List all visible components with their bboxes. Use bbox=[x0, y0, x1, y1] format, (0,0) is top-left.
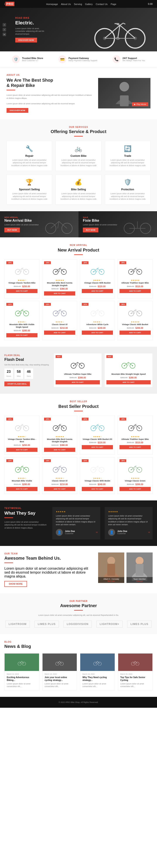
flash-product-2-add-cart[interactable]: Add to cart bbox=[106, 380, 151, 384]
flash-deal-cta-button[interactable]: Start Flash Deal bbox=[4, 381, 30, 386]
new-arrival-add-cart-0[interactable]: Add to cart bbox=[6, 289, 37, 293]
flash-product-2-img bbox=[106, 356, 151, 371]
about-text: About Us We Are The Best Shop & Repair B… bbox=[6, 74, 94, 113]
testimonial-1-stars: ★★★★★ bbox=[56, 510, 97, 513]
bestseller-add-cart-1[interactable]: Add to cart bbox=[44, 448, 75, 452]
nav-serving[interactable]: Serving bbox=[74, 3, 82, 5]
twitter-icon[interactable]: t bbox=[3, 28, 6, 31]
new-arrival-add-cart-6[interactable]: Add to cart bbox=[82, 331, 113, 335]
new-arrival-add-cart-2[interactable]: Add to cart bbox=[82, 289, 113, 293]
bestseller-badge-3: -25% bbox=[120, 418, 126, 421]
logo[interactable]: iPRO bbox=[4, 2, 15, 6]
promo-fixie: Sale Fixie Bike Lorem ipsum dolor sit am… bbox=[78, 211, 157, 237]
bestseller-add-cart-6[interactable]: Add to cart bbox=[82, 487, 113, 491]
partners-title: Awesome Partner bbox=[4, 603, 153, 608]
svg-line-149 bbox=[98, 424, 98, 425]
new-arrival-new-price-1: $380.00 bbox=[60, 288, 68, 290]
new-arrival-new-price-4: $280.00 bbox=[22, 330, 30, 332]
promo-cta-2[interactable]: Buy Now bbox=[83, 227, 98, 232]
new-arrival-img-6 bbox=[82, 304, 113, 319]
quote-icon-2: " bbox=[148, 531, 150, 537]
linkedin-icon[interactable]: in bbox=[3, 33, 6, 36]
testimonial-2-avatar: 👤 bbox=[108, 529, 115, 536]
nav-homepage[interactable]: Homepage bbox=[46, 3, 58, 5]
svg-line-159 bbox=[135, 424, 136, 425]
news-excerpt-2: Lorem ipsum dolor sit amet consectetur e… bbox=[82, 682, 112, 688]
svg-line-190 bbox=[98, 466, 99, 466]
services-grid: 🔧 Repair Lorem ipsum dolor sit amet cons… bbox=[6, 141, 151, 205]
flash-product-1-old-price: $480.00 bbox=[70, 376, 77, 379]
service-trade: 🔄 Trade Lorem ipsum dolor sit amet conse… bbox=[105, 141, 151, 171]
bestseller-add-cart-4[interactable]: Add to cart bbox=[6, 487, 37, 491]
facebook-icon[interactable]: f bbox=[3, 23, 6, 27]
team-show-more-button[interactable]: Show More bbox=[4, 581, 27, 587]
svg-rect-12 bbox=[114, 23, 119, 24]
about-cta-button[interactable]: Discover Now bbox=[6, 108, 28, 113]
play-button[interactable]: ▶ Play Movie bbox=[132, 102, 148, 106]
new-arrival-img-4 bbox=[6, 304, 37, 319]
svg-line-10 bbox=[123, 23, 125, 24]
svg-line-179 bbox=[60, 466, 61, 466]
testimonials-section: Testimonial What They Say Lorem ipsum do… bbox=[0, 500, 157, 546]
flash-product-1-add-cart[interactable]: Add to cart bbox=[56, 380, 100, 384]
news-card-3: March 20, 2022 Top Tips for Safe Senior … bbox=[118, 653, 153, 690]
new-arrival-product-5: -18% ★★★★☆ Classic Street Ol $260.00 $21… bbox=[42, 301, 77, 340]
news-title-2: Why They Need cycling strategy... bbox=[82, 676, 112, 682]
promo-desc-2: Lorem ipsum dolor sit amet consectetur bbox=[83, 224, 117, 226]
svg-line-42 bbox=[60, 268, 64, 272]
hero-section: f t in Road Bike Electric. Lorem ipsum d… bbox=[0, 8, 157, 52]
bestseller-add-cart-0[interactable]: Add to cart bbox=[6, 448, 37, 452]
bestseller-add-cart-5[interactable]: Add to cart bbox=[44, 487, 75, 491]
svg-line-86 bbox=[61, 309, 61, 310]
bestseller-img-5 bbox=[44, 460, 75, 475]
new-arrival-old-price-5: $260.00 bbox=[51, 327, 59, 329]
promo-cta-1[interactable]: Buy Now bbox=[4, 227, 20, 232]
new-arrival-stars-2: ★★★★☆ bbox=[82, 279, 113, 281]
new-arrival-add-cart-4[interactable]: Add to cart bbox=[6, 333, 37, 337]
bestseller-add-cart-2[interactable]: Add to cart bbox=[82, 445, 113, 449]
footer-copyright: © 2022 iPRO Bike Shop. All Rights Reserv… bbox=[4, 701, 153, 703]
new-arrival-product-2: -20% ★★★★☆ Vintage Classic With Basket $… bbox=[80, 259, 115, 298]
new-arrival-add-cart-3[interactable]: Add to cart bbox=[120, 289, 151, 293]
bestseller-product-0: -10% ★★★★☆ Vintage Classic Tandem Bike -… bbox=[4, 416, 40, 455]
cart[interactable]: 0.00 bbox=[148, 3, 153, 5]
bestseller-new-price-6: $240.00 bbox=[98, 483, 106, 486]
nav-gallery[interactable]: Gallery bbox=[85, 3, 93, 5]
news-date-0: March 12, 2022 bbox=[7, 673, 37, 675]
services-section: Our Services Offering Service & Product … bbox=[0, 119, 157, 212]
new-arrival-add-cart-1[interactable]: Add to cart bbox=[44, 291, 75, 296]
bestseller-add-cart-3[interactable]: Add to cart bbox=[120, 445, 151, 449]
bestseller-stars-7: ★★★★★ bbox=[120, 477, 151, 479]
bestseller-add-cart-7[interactable]: Add to cart bbox=[120, 487, 151, 491]
svg-line-96 bbox=[98, 309, 99, 310]
news-card-1: March 15, 2022 Join your local online cy… bbox=[42, 653, 77, 690]
new-arrival-add-cart-5[interactable]: Add to cart bbox=[44, 331, 75, 335]
testimonial-2-text: Lorem ipsum dolor sit amet consectetur a… bbox=[108, 515, 149, 526]
about-divider bbox=[6, 90, 15, 90]
svg-line-130 bbox=[23, 424, 24, 425]
social-icons: f t in bbox=[3, 23, 6, 36]
svg-line-62 bbox=[135, 268, 139, 272]
news-date-2: March 18, 2022 bbox=[82, 673, 112, 675]
new-arrival-old-price-7: $290.00 bbox=[127, 327, 134, 329]
about-section: About Us We Are The Best Shop & Repair B… bbox=[0, 67, 157, 119]
hero-cta-button[interactable]: Discover Now bbox=[15, 38, 37, 42]
svg-line-105 bbox=[135, 309, 136, 310]
new-arrival-badge-7: -30% bbox=[120, 303, 126, 306]
bestseller-stars-1: ★★★★★ bbox=[44, 436, 75, 438]
nav-contact[interactable]: Contact Us bbox=[96, 3, 107, 5]
bestseller-old-price-5: $260.00 bbox=[51, 483, 59, 486]
svg-line-176 bbox=[60, 466, 64, 470]
bestseller-img-1 bbox=[44, 418, 75, 434]
partner-5: LIMES PLUS bbox=[127, 621, 152, 628]
svg-rect-17 bbox=[120, 95, 129, 106]
nav-about[interactable]: About Us bbox=[61, 3, 71, 5]
nav-page[interactable]: Page bbox=[110, 3, 116, 5]
new-arrival-add-cart-7[interactable]: Add to cart bbox=[120, 331, 151, 335]
svg-line-106 bbox=[136, 309, 137, 310]
svg-line-189 bbox=[98, 466, 98, 466]
news-label: Blog bbox=[4, 641, 153, 643]
new-arrival-img-1 bbox=[44, 262, 75, 277]
svg-line-45 bbox=[60, 268, 61, 269]
svg-point-203 bbox=[136, 557, 143, 565]
